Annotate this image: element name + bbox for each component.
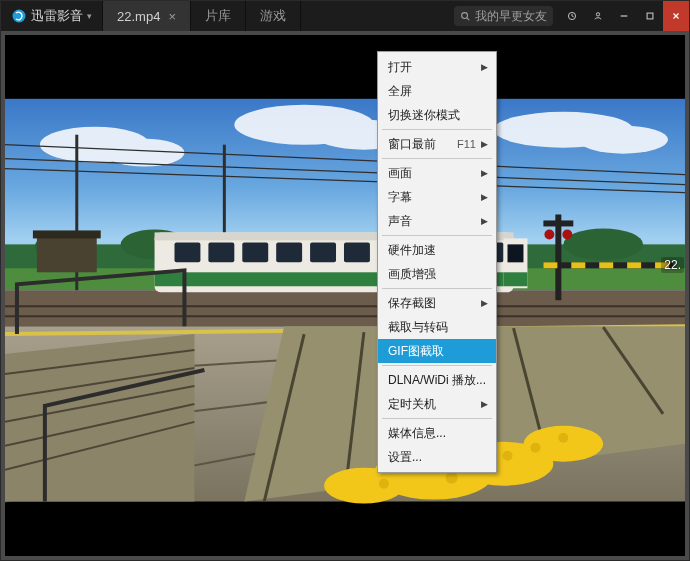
menu-cut-transcode[interactable]: 截取与转码 bbox=[378, 315, 496, 339]
svg-rect-10 bbox=[5, 502, 685, 556]
svg-point-81 bbox=[324, 468, 404, 504]
svg-rect-43 bbox=[344, 242, 370, 262]
context-menu: 打开▶ 全屏 切换迷你模式 窗口最前F11▶ 画面▶ 字幕▶ 声音▶ 硬件加速 … bbox=[377, 51, 497, 473]
svg-rect-52 bbox=[543, 220, 573, 226]
svg-rect-33 bbox=[37, 236, 97, 272]
minimize-icon bbox=[619, 11, 629, 21]
history-icon bbox=[567, 11, 577, 21]
svg-point-0 bbox=[13, 10, 26, 23]
svg-point-86 bbox=[530, 443, 540, 453]
svg-rect-38 bbox=[174, 242, 200, 262]
video-frame-art bbox=[5, 35, 685, 556]
menu-separator bbox=[382, 288, 492, 289]
svg-point-83 bbox=[446, 472, 458, 484]
svg-rect-24 bbox=[5, 290, 685, 326]
svg-point-54 bbox=[562, 229, 572, 239]
svg-point-88 bbox=[379, 479, 389, 489]
search-icon bbox=[460, 11, 471, 22]
maximize-button[interactable] bbox=[637, 1, 663, 31]
svg-rect-59 bbox=[627, 262, 641, 268]
content-area: 22. 打开▶ 全屏 切换迷你模式 窗口最前F11▶ 画面▶ 字幕▶ 声音▶ 硬… bbox=[5, 35, 685, 556]
close-icon bbox=[671, 11, 681, 21]
svg-rect-42 bbox=[310, 242, 336, 262]
menu-enhance[interactable]: 画质增强 bbox=[378, 262, 496, 286]
svg-rect-6 bbox=[647, 13, 653, 19]
window-controls bbox=[559, 1, 689, 31]
tab-library[interactable]: 片库 bbox=[191, 1, 245, 31]
tab-label: 游戏 bbox=[260, 7, 286, 25]
menu-hw-accel[interactable]: 硬件加速 bbox=[378, 238, 496, 262]
submenu-arrow-icon: ▶ bbox=[481, 62, 488, 72]
svg-rect-49 bbox=[508, 244, 524, 262]
menu-open[interactable]: 打开▶ bbox=[378, 55, 496, 79]
video-viewport[interactable]: 22. bbox=[5, 35, 685, 556]
svg-marker-66 bbox=[5, 334, 194, 502]
svg-point-22 bbox=[563, 228, 643, 260]
menu-separator bbox=[382, 365, 492, 366]
svg-rect-34 bbox=[33, 230, 101, 238]
menu-fullscreen[interactable]: 全屏 bbox=[378, 79, 496, 103]
svg-rect-40 bbox=[242, 242, 268, 262]
svg-point-1 bbox=[462, 12, 468, 18]
maximize-icon bbox=[645, 11, 655, 21]
app-logo-icon bbox=[11, 8, 27, 24]
titlebar: 迅雷影音 ▾ 22.mp4 × 片库 游戏 我的早更女友 bbox=[1, 1, 689, 31]
svg-point-87 bbox=[558, 433, 568, 443]
svg-point-53 bbox=[544, 229, 554, 239]
svg-line-2 bbox=[467, 17, 469, 19]
svg-rect-9 bbox=[5, 35, 685, 99]
submenu-arrow-icon: ▶ bbox=[481, 192, 488, 202]
svg-rect-41 bbox=[276, 242, 302, 262]
svg-point-4 bbox=[596, 13, 599, 16]
video-time-badge: 22. bbox=[661, 257, 684, 273]
menu-audio[interactable]: 声音▶ bbox=[378, 209, 496, 233]
menu-media-info[interactable]: 媒体信息... bbox=[378, 421, 496, 445]
menu-always-on-top[interactable]: 窗口最前F11▶ bbox=[378, 132, 496, 156]
menu-separator bbox=[382, 129, 492, 130]
search-placeholder: 我的早更女友 bbox=[475, 8, 547, 25]
tab-label: 片库 bbox=[205, 7, 231, 25]
svg-rect-57 bbox=[571, 262, 585, 268]
menu-separator bbox=[382, 158, 492, 159]
app-frame: 迅雷影音 ▾ 22.mp4 × 片库 游戏 我的早更女友 bbox=[0, 0, 690, 561]
menu-subtitle[interactable]: 字幕▶ bbox=[378, 185, 496, 209]
menu-separator bbox=[382, 235, 492, 236]
search-box[interactable]: 我的早更女友 bbox=[454, 6, 553, 26]
app-title[interactable]: 迅雷影音 ▾ bbox=[1, 1, 102, 31]
minimize-button[interactable] bbox=[611, 1, 637, 31]
titlebar-spacer bbox=[301, 1, 448, 31]
tab-label: 22.mp4 bbox=[117, 9, 160, 24]
tab-current-file[interactable]: 22.mp4 × bbox=[103, 1, 190, 31]
svg-point-17 bbox=[578, 126, 668, 154]
menu-save-screenshot[interactable]: 保存截图▶ bbox=[378, 291, 496, 315]
submenu-arrow-icon: ▶ bbox=[481, 298, 488, 308]
app-title-caret: ▾ bbox=[87, 11, 92, 21]
svg-rect-56 bbox=[543, 262, 557, 268]
menu-settings[interactable]: 设置... bbox=[378, 445, 496, 469]
menu-picture[interactable]: 画面▶ bbox=[378, 161, 496, 185]
submenu-arrow-icon: ▶ bbox=[481, 139, 488, 149]
submenu-arrow-icon: ▶ bbox=[481, 399, 488, 409]
menu-dlna-widi[interactable]: DLNA/WiDi 播放... bbox=[378, 368, 496, 392]
close-button[interactable] bbox=[663, 1, 689, 31]
submenu-arrow-icon: ▶ bbox=[481, 216, 488, 226]
svg-point-85 bbox=[503, 451, 513, 461]
svg-rect-58 bbox=[599, 262, 613, 268]
svg-rect-51 bbox=[555, 214, 561, 300]
submenu-arrow-icon: ▶ bbox=[481, 168, 488, 178]
app-title-label: 迅雷影音 bbox=[31, 7, 83, 25]
svg-rect-50 bbox=[504, 272, 528, 286]
menu-hotkey: F11 bbox=[457, 138, 476, 150]
user-icon bbox=[593, 11, 603, 21]
menu-mini-mode[interactable]: 切换迷你模式 bbox=[378, 103, 496, 127]
menu-timed-shutdown[interactable]: 定时关机▶ bbox=[378, 392, 496, 416]
menu-gif-capture[interactable]: GIF图截取 bbox=[378, 339, 496, 363]
menu-separator bbox=[382, 418, 492, 419]
tab-games[interactable]: 游戏 bbox=[246, 1, 300, 31]
svg-rect-39 bbox=[208, 242, 234, 262]
history-button[interactable] bbox=[559, 1, 585, 31]
user-button[interactable] bbox=[585, 1, 611, 31]
tab-close-icon[interactable]: × bbox=[168, 9, 176, 24]
